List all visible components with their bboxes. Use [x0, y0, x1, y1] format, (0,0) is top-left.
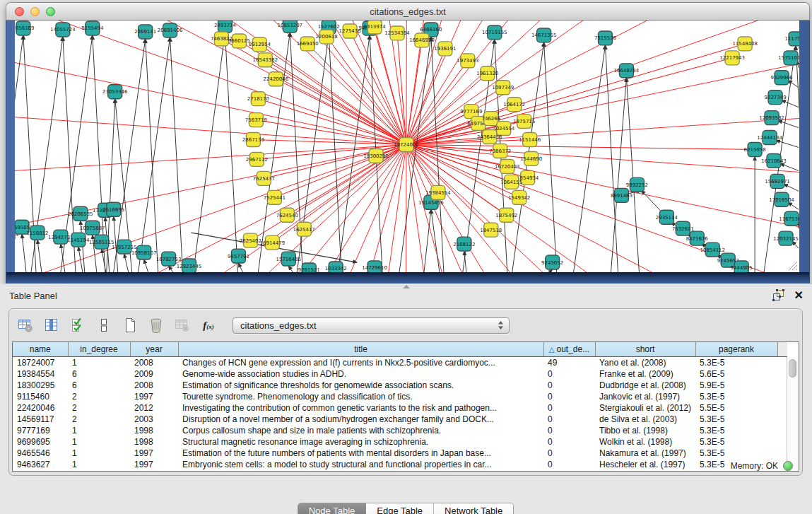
table-cell[interactable]: Corpus callosum shape and size in male p…	[178, 425, 543, 436]
table-cell[interactable]: 2008	[130, 357, 178, 369]
table-cell[interactable]: 5.3E-5	[695, 391, 777, 402]
graph-node[interactable]: 1117584	[784, 32, 799, 46]
table-cell[interactable]: 1998	[130, 436, 178, 448]
graph-node[interactable]: 1151446	[519, 133, 541, 147]
apply-function-button[interactable]: f(x)	[199, 316, 218, 334]
table-row[interactable]: 969969511998Structural magnetic resonanc…	[13, 436, 787, 448]
graph-node[interactable]: 12093582	[759, 111, 784, 125]
table-cell[interactable]: 2	[68, 391, 130, 402]
table-row[interactable]: 1938455462009Genome-wide association stu…	[13, 368, 787, 380]
table-cell[interactable]: Dudbridge et al. (2008)	[595, 380, 695, 391]
table-cell[interactable]: 49	[543, 357, 595, 369]
graph-node[interactable]: 1625417	[293, 222, 315, 236]
table-cell[interactable]: 2003	[130, 414, 178, 425]
graph-node[interactable]: 8215958	[744, 143, 766, 157]
network-window-titlebar[interactable]: citations_edges.txt	[6, 2, 810, 21]
table-cell[interactable]: 0	[543, 425, 595, 436]
table-cell[interactable]: 1997	[130, 391, 178, 402]
graph-node[interactable]: 2935114	[656, 210, 678, 224]
table-cell[interactable]: 5.3E-5	[695, 436, 777, 448]
table-cell[interactable]: 5.3E-5	[695, 357, 777, 369]
graph-node[interactable]: 23053346	[102, 85, 128, 99]
table-cell[interactable]: 6	[68, 368, 130, 380]
graph-node[interactable]: 12217943	[719, 51, 745, 65]
float-panel-icon[interactable]	[772, 289, 784, 301]
table-cell[interactable]: 18724007	[13, 357, 68, 369]
graph-node[interactable]: 1961320	[476, 66, 498, 81]
table-row[interactable]: 1872400712008Changes of HCN gene express…	[13, 357, 787, 369]
graph-node[interactable]: 12032145	[773, 231, 799, 245]
table-row[interactable]: 911546021997Tourette syndrome. Phenomeno…	[13, 391, 787, 402]
graph-node[interactable]: 7525441	[264, 190, 286, 204]
table-cell[interactable]: 2008	[130, 380, 178, 391]
table-cell[interactable]: Estimation of significance thresholds fo…	[178, 380, 543, 391]
graph-node[interactable]: 2493714	[214, 21, 237, 33]
table-cell[interactable]: 0	[543, 436, 595, 448]
table-cell[interactable]: 5.3E-5	[695, 414, 777, 425]
tab-node-table[interactable]: Node Table	[298, 503, 367, 514]
table-cell[interactable]: 1998	[130, 425, 178, 436]
table-row[interactable]: 1830029562008Estimation of significance …	[13, 380, 787, 391]
table-cell[interactable]: Changes of HCN gene expression and I(f) …	[178, 357, 543, 369]
table-cell[interactable]: Tourette syndrome. Phenomenology and cla…	[178, 391, 543, 402]
graph-node[interactable]: 16720403	[495, 159, 520, 173]
graph-node[interactable]: 11548408	[732, 37, 758, 51]
delete-rows-button[interactable]	[147, 316, 165, 334]
table-cell[interactable]: 0	[543, 380, 595, 391]
column-header-name[interactable]: name	[13, 342, 68, 357]
column-visibility-button[interactable]	[42, 316, 61, 334]
table-cell[interactable]: 1	[68, 436, 130, 448]
column-header-short[interactable]: short	[595, 342, 695, 357]
table-cell[interactable]: 0	[543, 368, 595, 380]
graph-node[interactable]: 9329966	[771, 71, 793, 85]
graph-node[interactable]: 16210643	[761, 153, 787, 168]
graph-node[interactable]: 10653287	[278, 21, 303, 33]
graph-node[interactable]: 9261521	[298, 263, 320, 272]
delete-table-button[interactable]	[173, 316, 192, 334]
table-cell[interactable]: 6	[68, 380, 130, 391]
graph-node[interactable]: 12444134	[757, 131, 782, 145]
graph-node[interactable]: 1275438	[339, 24, 361, 38]
table-cell[interactable]: 5.3E-5	[695, 425, 777, 436]
graph-node[interactable]: 1847518	[480, 223, 502, 237]
table-cell[interactable]: Yano et al. (2008)	[595, 357, 695, 369]
table-cell[interactable]: Jankovic et al. (1997)	[595, 391, 695, 402]
network-canvas[interactable]: 1872400720561691405572491554942069141206…	[15, 21, 799, 272]
table-cell[interactable]: 5.5E-5	[695, 402, 777, 414]
graph-node[interactable]: 15716485	[276, 252, 302, 266]
graph-node[interactable]: 20206535	[68, 206, 93, 221]
graph-node[interactable]: 16648784	[614, 64, 640, 78]
tab-network-table[interactable]: Network Table	[434, 503, 513, 514]
zoom-window-button[interactable]	[46, 7, 55, 16]
table-cell[interactable]: 14569117	[13, 414, 68, 425]
graph-node[interactable]: 8912954	[249, 37, 271, 52]
table-select-dropdown[interactable]: citations_edges.txt	[233, 317, 510, 334]
table-cell[interactable]: 18300295	[13, 380, 68, 391]
table-cell[interactable]: 5.6E-5	[695, 368, 777, 380]
graph-node[interactable]: 1973493	[457, 54, 478, 68]
table-cell[interactable]: 2009	[130, 368, 178, 380]
graph-node[interactable]: 10719155	[482, 25, 507, 40]
table-cell[interactable]: 9115460	[13, 391, 68, 402]
table-scrollbar[interactable]	[787, 357, 799, 471]
table-cell[interactable]: 19384554	[13, 368, 68, 380]
tab-edge-table[interactable]: Edge Table	[366, 503, 434, 514]
graph-node[interactable]: 2108122	[453, 237, 475, 251]
table-cell[interactable]: Tibbo et al. (1998)	[595, 425, 695, 436]
graph-node[interactable]: 9245052	[541, 255, 563, 269]
table-cell[interactable]: de Silva et al. (2003)	[595, 414, 695, 425]
table-cell[interactable]: Structural magnetic resonance image aver…	[178, 436, 543, 448]
column-header-in_degree[interactable]: in_degree	[68, 342, 130, 357]
column-header-year[interactable]: year	[130, 342, 178, 357]
table-cell[interactable]: 2012	[130, 402, 178, 414]
column-header-out_de[interactable]: △out_de...	[543, 342, 595, 357]
close-panel-icon[interactable]: ✕	[794, 290, 804, 301]
canvas-resize-grip[interactable]	[788, 261, 798, 271]
graph-node[interactable]: 9457791	[228, 249, 249, 263]
column-header-title[interactable]: title	[178, 342, 543, 357]
graph-node[interactable]: 9892252	[626, 177, 648, 192]
row-height-button[interactable]	[95, 316, 113, 334]
graph-node[interactable]: 2069141	[134, 25, 156, 39]
table-cell[interactable]: Wolkin et al. (1998)	[595, 436, 695, 448]
table-scrollbar-thumb[interactable]	[789, 359, 796, 378]
